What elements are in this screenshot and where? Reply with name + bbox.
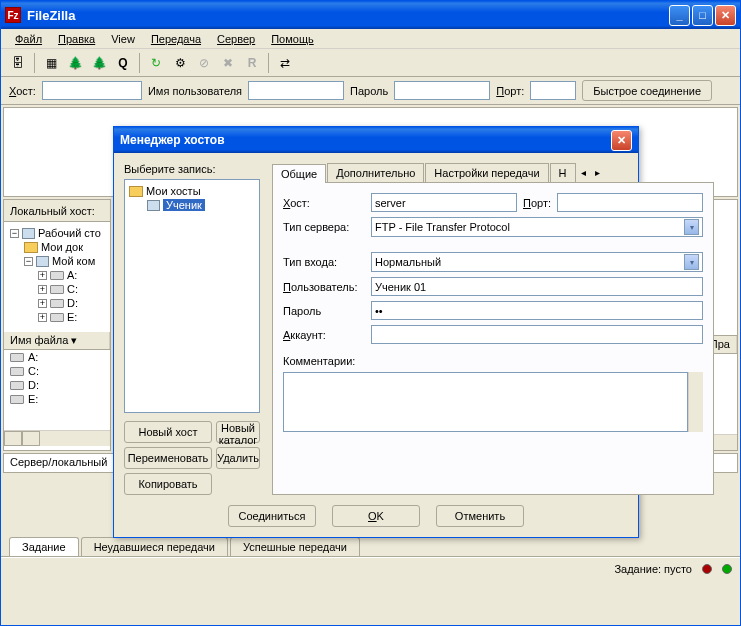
col-filename[interactable]: Имя файла ▾: [4, 332, 110, 349]
server-type-label: Тип сервера:: [283, 221, 365, 233]
menubar: Файл Правка View Передача Сервер Помощь: [1, 29, 740, 49]
tab-success[interactable]: Успешные передачи: [230, 537, 360, 556]
local-host-label: Локальный хост:: [4, 200, 110, 222]
ok-button[interactable]: OK: [332, 505, 420, 527]
local-tree[interactable]: −Рабочий сто Мои док −Мой ком +A: +C: +D…: [4, 222, 110, 332]
account-input[interactable]: [371, 325, 703, 344]
drive-icon: [10, 353, 24, 362]
menu-transfer[interactable]: Передача: [143, 31, 209, 47]
filter-icon[interactable]: ⇄: [274, 52, 296, 74]
port-input[interactable]: [530, 81, 576, 100]
tab-general[interactable]: Общие: [272, 164, 326, 183]
host-label: Хост:: [283, 197, 365, 209]
host-icon: [147, 200, 160, 211]
status-bar: Задание: пусто: [1, 557, 740, 579]
host-tree[interactable]: Мои хосты Ученик: [124, 179, 260, 413]
site-manager-icon[interactable]: 🗄: [7, 52, 29, 74]
menu-help[interactable]: Помощь: [263, 31, 322, 47]
main-titlebar: Fz FileZilla _ □ ✕: [1, 1, 740, 29]
chevron-down-icon: ▾: [684, 254, 699, 270]
expander-icon[interactable]: −: [24, 257, 33, 266]
close-button[interactable]: ✕: [715, 5, 736, 26]
status-task: Задание: пусто: [614, 563, 692, 575]
maximize-button[interactable]: □: [692, 5, 713, 26]
dialog-user-label: Пользователь:: [283, 281, 365, 293]
new-folder-button[interactable]: Новый каталог: [216, 421, 260, 443]
dialog-tabs: Общие Дополнительно Настройки передачи Н…: [272, 163, 714, 183]
drive-icon: [50, 299, 64, 308]
login-type-select[interactable]: Нормальный▾: [371, 252, 703, 272]
expander-icon[interactable]: +: [38, 299, 47, 308]
cancel-icon[interactable]: ⊘: [193, 52, 215, 74]
dialog-port-input[interactable]: [557, 193, 703, 212]
connect-button[interactable]: Соединиться: [228, 505, 316, 527]
separator: [268, 53, 269, 73]
drive-icon: [50, 313, 64, 322]
dialog-host-input[interactable]: [371, 193, 517, 212]
drive-icon: [10, 381, 24, 390]
drive-icon: [10, 395, 24, 404]
toolbar-icon[interactable]: 🌲: [88, 52, 110, 74]
menu-edit[interactable]: Правка: [50, 31, 103, 47]
folder-icon: [129, 186, 143, 197]
expander-icon[interactable]: −: [10, 229, 19, 238]
refresh-icon[interactable]: ↻: [145, 52, 167, 74]
port-label: Порт:: [496, 85, 524, 97]
host-input[interactable]: [42, 81, 142, 100]
toolbar: 🗄 ▦ 🌲 🌲 Q ↻ ⚙ ⊘ ✖ R ⇄: [1, 49, 740, 77]
drive-icon: [10, 367, 24, 376]
dialog-user-input[interactable]: [371, 277, 703, 296]
server-type-select[interactable]: FTP - File Transfer Protocol▾: [371, 217, 703, 237]
comments-label: Комментарии:: [283, 355, 355, 367]
sort-icon: ▾: [71, 334, 77, 346]
separator: [139, 53, 140, 73]
new-host-button[interactable]: Новый хост: [124, 421, 212, 443]
toolbar-icon[interactable]: 🌲: [64, 52, 86, 74]
scrollbar-vertical[interactable]: [688, 372, 703, 432]
site-manager-dialog: Менеджер хостов ✕ Выберите запись: Мои х…: [113, 126, 639, 538]
expander-icon[interactable]: +: [38, 313, 47, 322]
cancel-button[interactable]: Отменить: [436, 505, 524, 527]
expander-icon[interactable]: +: [38, 271, 47, 280]
user-input[interactable]: [248, 81, 344, 100]
user-label: Имя пользователя: [148, 85, 242, 97]
delete-button[interactable]: Удалить: [216, 447, 260, 469]
tab-scroll-right-icon[interactable]: ▸: [591, 164, 605, 182]
led-icon: [722, 564, 732, 574]
local-file-list[interactable]: A: C: D: E:: [4, 350, 110, 430]
menu-server[interactable]: Сервер: [209, 31, 263, 47]
dialog-pass-input[interactable]: [371, 301, 703, 320]
comments-textarea[interactable]: [283, 372, 688, 432]
tab-advanced[interactable]: Дополнительно: [327, 163, 424, 182]
tab-failed[interactable]: Неудавшиеся передачи: [81, 537, 228, 556]
dialog-pass-label: Пароль: [283, 305, 365, 317]
process-icon[interactable]: ⚙: [169, 52, 191, 74]
tab-transfer-settings[interactable]: Настройки передачи: [425, 163, 548, 182]
pass-input[interactable]: [394, 81, 490, 100]
account-label: Аккаунт:: [283, 329, 365, 341]
copy-button[interactable]: Копировать: [124, 473, 212, 495]
tab-general-page: Хост: Порт: Тип сервера: FTP - File Tran…: [272, 183, 714, 495]
minimize-button[interactable]: _: [669, 5, 690, 26]
drive-icon: [50, 271, 64, 280]
toolbar-icon[interactable]: ▦: [40, 52, 62, 74]
dialog-titlebar: Менеджер хостов ✕: [114, 127, 638, 153]
rename-button[interactable]: Переименовать: [124, 447, 212, 469]
scrollbar-horizontal[interactable]: [4, 430, 110, 446]
select-entry-label: Выберите запись:: [124, 163, 260, 175]
menu-file[interactable]: Файл: [7, 31, 50, 47]
quick-connect-button[interactable]: Быстрое соединение: [582, 80, 712, 101]
reconnect-icon[interactable]: R: [241, 52, 263, 74]
tab-task[interactable]: Задание: [9, 537, 79, 556]
computer-icon: [36, 256, 49, 267]
dialog-close-button[interactable]: ✕: [611, 130, 632, 151]
local-list-header: Имя файла ▾: [4, 332, 110, 350]
disconnect-icon[interactable]: ✖: [217, 52, 239, 74]
app-icon: Fz: [5, 7, 21, 23]
tab-more[interactable]: Н: [550, 163, 576, 182]
tab-scroll-left-icon[interactable]: ◂: [577, 164, 591, 182]
queue-icon[interactable]: Q: [112, 52, 134, 74]
expander-icon[interactable]: +: [38, 285, 47, 294]
menu-view[interactable]: View: [103, 31, 143, 47]
host-entry-selected[interactable]: Ученик: [163, 199, 205, 211]
